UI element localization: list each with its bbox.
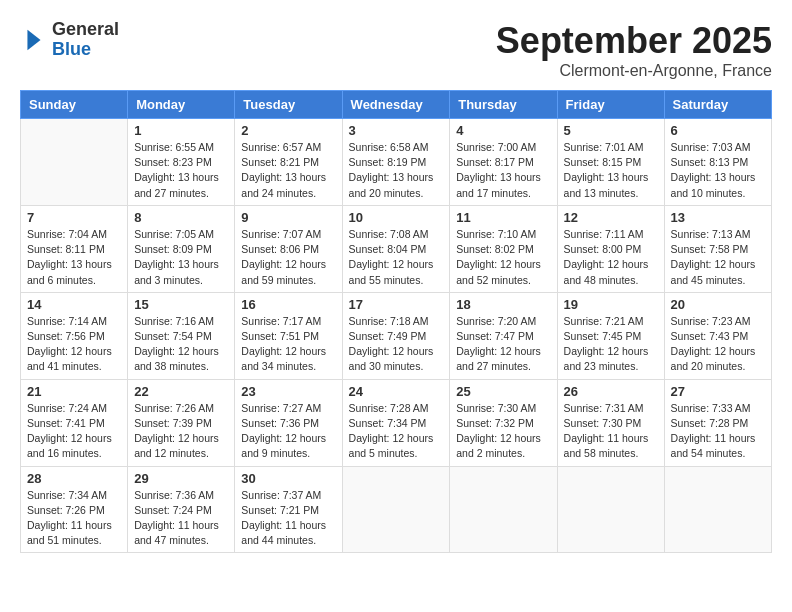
calendar-table: SundayMondayTuesdayWednesdayThursdayFrid…: [20, 90, 772, 553]
day-info: Sunrise: 7:08 AM Sunset: 8:04 PM Dayligh…: [349, 227, 444, 288]
calendar-cell: [450, 466, 557, 553]
day-info: Sunrise: 7:14 AM Sunset: 7:56 PM Dayligh…: [27, 314, 121, 375]
day-number: 27: [671, 384, 765, 399]
day-info: Sunrise: 7:01 AM Sunset: 8:15 PM Dayligh…: [564, 140, 658, 201]
day-number: 6: [671, 123, 765, 138]
day-number: 29: [134, 471, 228, 486]
calendar-cell: 29Sunrise: 7:36 AM Sunset: 7:24 PM Dayli…: [128, 466, 235, 553]
day-info: Sunrise: 7:23 AM Sunset: 7:43 PM Dayligh…: [671, 314, 765, 375]
calendar-cell: 27Sunrise: 7:33 AM Sunset: 7:28 PM Dayli…: [664, 379, 771, 466]
day-info: Sunrise: 7:17 AM Sunset: 7:51 PM Dayligh…: [241, 314, 335, 375]
title-block: September 2025 Clermont-en-Argonne, Fran…: [496, 20, 772, 80]
calendar-cell: 23Sunrise: 7:27 AM Sunset: 7:36 PM Dayli…: [235, 379, 342, 466]
calendar-cell: 21Sunrise: 7:24 AM Sunset: 7:41 PM Dayli…: [21, 379, 128, 466]
calendar-cell: 15Sunrise: 7:16 AM Sunset: 7:54 PM Dayli…: [128, 292, 235, 379]
day-number: 11: [456, 210, 550, 225]
day-info: Sunrise: 7:05 AM Sunset: 8:09 PM Dayligh…: [134, 227, 228, 288]
month-title: September 2025: [496, 20, 772, 62]
day-number: 28: [27, 471, 121, 486]
day-info: Sunrise: 7:18 AM Sunset: 7:49 PM Dayligh…: [349, 314, 444, 375]
day-info: Sunrise: 7:37 AM Sunset: 7:21 PM Dayligh…: [241, 488, 335, 549]
day-number: 16: [241, 297, 335, 312]
day-info: Sunrise: 7:21 AM Sunset: 7:45 PM Dayligh…: [564, 314, 658, 375]
calendar-week-row: 7Sunrise: 7:04 AM Sunset: 8:11 PM Daylig…: [21, 205, 772, 292]
calendar-cell: 20Sunrise: 7:23 AM Sunset: 7:43 PM Dayli…: [664, 292, 771, 379]
day-number: 20: [671, 297, 765, 312]
logo-icon: [20, 26, 48, 54]
calendar-cell: 7Sunrise: 7:04 AM Sunset: 8:11 PM Daylig…: [21, 205, 128, 292]
calendar-cell: 24Sunrise: 7:28 AM Sunset: 7:34 PM Dayli…: [342, 379, 450, 466]
logo-text: General Blue: [52, 20, 119, 60]
calendar-cell: 13Sunrise: 7:13 AM Sunset: 7:58 PM Dayli…: [664, 205, 771, 292]
day-number: 10: [349, 210, 444, 225]
day-number: 13: [671, 210, 765, 225]
day-info: Sunrise: 7:28 AM Sunset: 7:34 PM Dayligh…: [349, 401, 444, 462]
calendar-cell: 4Sunrise: 7:00 AM Sunset: 8:17 PM Daylig…: [450, 119, 557, 206]
day-number: 21: [27, 384, 121, 399]
day-info: Sunrise: 7:07 AM Sunset: 8:06 PM Dayligh…: [241, 227, 335, 288]
day-info: Sunrise: 7:31 AM Sunset: 7:30 PM Dayligh…: [564, 401, 658, 462]
day-number: 5: [564, 123, 658, 138]
calendar-cell: [557, 466, 664, 553]
weekday-header: Thursday: [450, 91, 557, 119]
day-info: Sunrise: 7:34 AM Sunset: 7:26 PM Dayligh…: [27, 488, 121, 549]
day-info: Sunrise: 7:27 AM Sunset: 7:36 PM Dayligh…: [241, 401, 335, 462]
day-info: Sunrise: 7:30 AM Sunset: 7:32 PM Dayligh…: [456, 401, 550, 462]
calendar-cell: [342, 466, 450, 553]
day-number: 4: [456, 123, 550, 138]
day-info: Sunrise: 7:04 AM Sunset: 8:11 PM Dayligh…: [27, 227, 121, 288]
day-info: Sunrise: 7:13 AM Sunset: 7:58 PM Dayligh…: [671, 227, 765, 288]
calendar-cell: 2Sunrise: 6:57 AM Sunset: 8:21 PM Daylig…: [235, 119, 342, 206]
calendar-cell: 10Sunrise: 7:08 AM Sunset: 8:04 PM Dayli…: [342, 205, 450, 292]
calendar-cell: 25Sunrise: 7:30 AM Sunset: 7:32 PM Dayli…: [450, 379, 557, 466]
calendar-cell: 26Sunrise: 7:31 AM Sunset: 7:30 PM Dayli…: [557, 379, 664, 466]
day-number: 3: [349, 123, 444, 138]
svg-marker-0: [27, 30, 40, 51]
day-info: Sunrise: 7:33 AM Sunset: 7:28 PM Dayligh…: [671, 401, 765, 462]
day-number: 26: [564, 384, 658, 399]
calendar-cell: 1Sunrise: 6:55 AM Sunset: 8:23 PM Daylig…: [128, 119, 235, 206]
calendar-cell: 3Sunrise: 6:58 AM Sunset: 8:19 PM Daylig…: [342, 119, 450, 206]
calendar-cell: [21, 119, 128, 206]
calendar-cell: 14Sunrise: 7:14 AM Sunset: 7:56 PM Dayli…: [21, 292, 128, 379]
weekday-header: Tuesday: [235, 91, 342, 119]
day-number: 18: [456, 297, 550, 312]
day-number: 23: [241, 384, 335, 399]
calendar-cell: 30Sunrise: 7:37 AM Sunset: 7:21 PM Dayli…: [235, 466, 342, 553]
day-number: 2: [241, 123, 335, 138]
calendar-cell: 9Sunrise: 7:07 AM Sunset: 8:06 PM Daylig…: [235, 205, 342, 292]
calendar-week-row: 28Sunrise: 7:34 AM Sunset: 7:26 PM Dayli…: [21, 466, 772, 553]
day-number: 15: [134, 297, 228, 312]
calendar-header: SundayMondayTuesdayWednesdayThursdayFrid…: [21, 91, 772, 119]
calendar-week-row: 14Sunrise: 7:14 AM Sunset: 7:56 PM Dayli…: [21, 292, 772, 379]
calendar-cell: 28Sunrise: 7:34 AM Sunset: 7:26 PM Dayli…: [21, 466, 128, 553]
day-info: Sunrise: 7:24 AM Sunset: 7:41 PM Dayligh…: [27, 401, 121, 462]
calendar-cell: 19Sunrise: 7:21 AM Sunset: 7:45 PM Dayli…: [557, 292, 664, 379]
day-info: Sunrise: 7:11 AM Sunset: 8:00 PM Dayligh…: [564, 227, 658, 288]
calendar-cell: 5Sunrise: 7:01 AM Sunset: 8:15 PM Daylig…: [557, 119, 664, 206]
day-number: 22: [134, 384, 228, 399]
day-number: 7: [27, 210, 121, 225]
day-info: Sunrise: 7:10 AM Sunset: 8:02 PM Dayligh…: [456, 227, 550, 288]
day-info: Sunrise: 6:58 AM Sunset: 8:19 PM Dayligh…: [349, 140, 444, 201]
calendar-week-row: 1Sunrise: 6:55 AM Sunset: 8:23 PM Daylig…: [21, 119, 772, 206]
day-info: Sunrise: 7:03 AM Sunset: 8:13 PM Dayligh…: [671, 140, 765, 201]
page-header: General Blue September 2025 Clermont-en-…: [20, 20, 772, 80]
day-number: 17: [349, 297, 444, 312]
day-number: 9: [241, 210, 335, 225]
location: Clermont-en-Argonne, France: [496, 62, 772, 80]
day-number: 24: [349, 384, 444, 399]
calendar-cell: [664, 466, 771, 553]
day-info: Sunrise: 7:20 AM Sunset: 7:47 PM Dayligh…: [456, 314, 550, 375]
calendar-cell: 6Sunrise: 7:03 AM Sunset: 8:13 PM Daylig…: [664, 119, 771, 206]
day-info: Sunrise: 7:26 AM Sunset: 7:39 PM Dayligh…: [134, 401, 228, 462]
day-number: 8: [134, 210, 228, 225]
day-info: Sunrise: 6:57 AM Sunset: 8:21 PM Dayligh…: [241, 140, 335, 201]
logo: General Blue: [20, 20, 119, 60]
day-info: Sunrise: 6:55 AM Sunset: 8:23 PM Dayligh…: [134, 140, 228, 201]
day-info: Sunrise: 7:00 AM Sunset: 8:17 PM Dayligh…: [456, 140, 550, 201]
calendar-cell: 22Sunrise: 7:26 AM Sunset: 7:39 PM Dayli…: [128, 379, 235, 466]
day-number: 25: [456, 384, 550, 399]
weekday-header: Saturday: [664, 91, 771, 119]
day-info: Sunrise: 7:16 AM Sunset: 7:54 PM Dayligh…: [134, 314, 228, 375]
